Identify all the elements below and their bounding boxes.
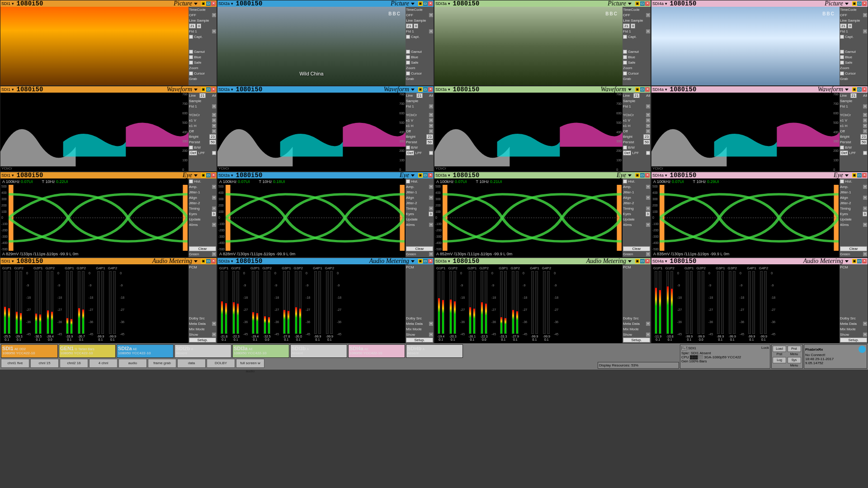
checkbox-icon[interactable] <box>840 61 844 65</box>
side-control[interactable]: x1 V ▾ <box>623 118 650 123</box>
side-control[interactable]: Hist. <box>189 179 216 184</box>
side-control[interactable]: Off ▾ <box>406 129 433 134</box>
side-control[interactable]: B/W <box>189 145 216 150</box>
dropdown-icon[interactable]: ▾ <box>212 118 216 122</box>
setup-button[interactable]: Setup. <box>840 338 867 343</box>
checkbox-icon[interactable] <box>406 61 410 65</box>
source-button-sdi4b[interactable]: SDI4b A Absent <box>406 344 463 358</box>
side-control[interactable]: Capt. <box>623 34 650 39</box>
control-value[interactable]: 23 <box>426 134 433 139</box>
checkbox-icon[interactable] <box>406 35 410 39</box>
panel-header[interactable]: SDI3a ▾ 1080i50 Eye ▣ ▭ ✕ <box>434 172 651 178</box>
chevron-down-icon[interactable] <box>845 260 849 263</box>
side-control[interactable]: Jitter-2 <box>623 201 650 206</box>
side-control[interactable]: Zoom <box>623 66 650 70</box>
close-icon[interactable]: ✕ <box>211 173 216 178</box>
side-control[interactable]: Meta Data ▾ <box>406 321 433 326</box>
chevron-down-icon[interactable] <box>411 260 415 263</box>
control-value[interactable]: 3 <box>646 211 650 216</box>
side-control[interactable]: Blue <box>840 55 867 60</box>
pin-icon[interactable]: ▣ <box>852 87 857 92</box>
side-control[interactable]: 40ms ▾ <box>189 222 216 227</box>
dropdown-icon[interactable]: ▾ <box>863 185 867 189</box>
mode-label[interactable]: Waveform <box>601 86 626 93</box>
side-control[interactable]: Blue <box>189 55 216 60</box>
side-control[interactable]: Show ▾ <box>623 332 650 337</box>
checkbox-icon[interactable] <box>189 55 193 59</box>
eye-display[interactable]: A 100kHz 0.07UI T 10Hz 0.18UI 5004003002… <box>217 178 406 257</box>
side-control[interactable]: Eyes 3 <box>406 211 433 216</box>
dropdown-icon[interactable]: ▾ <box>212 113 216 117</box>
checkbox-icon[interactable] <box>189 179 193 183</box>
quick-button[interactable]: chnl 15 <box>30 359 59 368</box>
side-control[interactable]: x1 H ▾ <box>623 123 650 128</box>
side-control[interactable]: Amp. ▾ <box>189 184 216 189</box>
control-value[interactable]: 23 <box>860 134 867 139</box>
pin-icon[interactable]: ▣ <box>635 173 640 178</box>
side-control[interactable]: PCM <box>189 265 216 270</box>
pin-icon[interactable]: ▣ <box>201 1 206 6</box>
eye-display[interactable]: A 100kHz 0.07UI T 10Hz 0.29UI 5004003002… <box>651 178 840 257</box>
source-button-sdi2a[interactable]: SDI2a AE 1080i50 YCC422-10 <box>117 344 174 358</box>
checkbox-icon[interactable] <box>406 50 410 54</box>
side-control[interactable]: Eyes 3 <box>623 211 650 216</box>
side-control[interactable]: Grab <box>840 76 867 81</box>
side-control[interactable]: Show ▾ <box>840 332 867 337</box>
dock-icon[interactable]: ▭ <box>640 259 645 263</box>
side-control[interactable]: Cursor <box>406 71 433 76</box>
clear-button[interactable]: Clear <box>406 246 433 251</box>
dock-icon[interactable]: ▭ <box>423 173 428 178</box>
dropdown-icon[interactable]: ▾ <box>212 129 216 133</box>
chevron-down-icon[interactable] <box>845 174 849 177</box>
line-value[interactable]: 21 <box>406 23 413 28</box>
waveform-display[interactable]: 7667006005004003002001000 YCbCr <box>434 93 623 171</box>
side-control[interactable]: x1 H ▾ <box>840 123 867 128</box>
checkbox-icon[interactable] <box>840 50 844 54</box>
dropdown-icon[interactable]: ▾ <box>863 206 867 211</box>
side-control[interactable]: 40ms ▾ <box>623 222 650 227</box>
side-control[interactable]: TimeCode <box>840 7 867 12</box>
dock-icon[interactable]: ▭ <box>423 87 428 92</box>
def-button[interactable]: Def <box>623 150 631 155</box>
side-control[interactable]: Zoom <box>189 66 216 70</box>
side-control[interactable]: Mix Mode <box>189 327 216 332</box>
dropdown-icon[interactable]: ▾ <box>646 223 650 227</box>
checkbox-icon[interactable] <box>623 61 627 65</box>
chevron-down-icon[interactable] <box>411 174 415 177</box>
side-control[interactable]: Update <box>406 217 433 222</box>
control-value[interactable]: 50 <box>643 140 650 145</box>
mode-label[interactable]: Picture <box>825 0 843 7</box>
side-control[interactable]: Sample <box>189 99 216 103</box>
side-control[interactable]: Amp. ▾ <box>406 184 433 189</box>
side-control[interactable]: Line Sample <box>189 18 216 23</box>
side-control[interactable]: Jitter-1 <box>189 190 216 195</box>
panel-header[interactable]: SDI4a ▾ 1080i50 Waveform ▣ ▭ ✕ <box>651 86 868 93</box>
sample-value[interactable]: 0 <box>631 23 635 28</box>
side-control[interactable]: B/W <box>623 145 650 150</box>
side-control[interactable]: Line Sample <box>406 18 433 23</box>
sample-value[interactable]: 0 <box>197 23 201 28</box>
side-control[interactable]: Blue <box>623 55 650 60</box>
close-icon[interactable]: ✕ <box>428 1 433 6</box>
waveform-display[interactable]: 7667006005004003002001000 YCbCr <box>651 93 840 171</box>
mode-label[interactable]: Eye <box>183 172 192 179</box>
dropdown-icon[interactable]: ▾ <box>212 124 216 128</box>
side-control[interactable]: Safe <box>406 60 433 65</box>
panel-header[interactable]: SDI3a ▾ 1080i50 Waveform ▣ ▭ ✕ <box>434 86 651 93</box>
side-control[interactable]: Cursor <box>840 71 867 76</box>
panel-header[interactable]: SDI2a ▾ 1080i50 Eye ▣ ▭ ✕ <box>217 172 434 178</box>
side-control[interactable]: Jitter-1 <box>406 190 433 195</box>
side-control[interactable]: Safe <box>189 60 216 65</box>
side-control[interactable]: Cursor <box>623 71 650 76</box>
mode-label[interactable]: Eye <box>617 172 626 179</box>
side-control[interactable]: Hist. <box>406 179 433 184</box>
chevron-down-icon[interactable] <box>194 260 198 263</box>
side-control[interactable]: Jitter-2 <box>189 201 216 206</box>
panel-header[interactable]: SDI2a ▾ 1080i50 Waveform ▣ ▭ ✕ <box>217 86 434 93</box>
source-button-sdi3a[interactable]: SDI3a AE 1080i50 YCC422-10 <box>232 344 289 358</box>
pin-icon[interactable]: ▣ <box>635 1 640 6</box>
dropdown-icon[interactable]: ▾ <box>429 29 433 33</box>
close-icon[interactable]: ✕ <box>862 259 867 263</box>
mode-label[interactable]: Audio Metering <box>369 258 409 265</box>
side-control[interactable]: Bright 23 <box>623 134 650 139</box>
